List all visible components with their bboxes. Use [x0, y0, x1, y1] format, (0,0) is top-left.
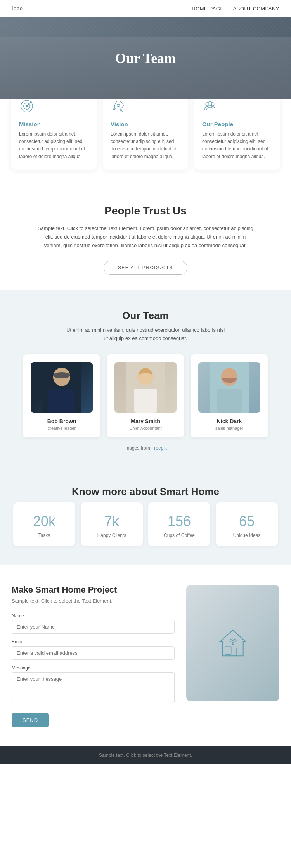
vision-icon: [111, 98, 180, 115]
team-section-subtitle: Ut enim ad minim veniam, quis nostrud ex…: [64, 326, 227, 343]
team-member-bob-name: Bob Brown: [29, 418, 94, 424]
svg-rect-14: [134, 389, 157, 413]
people-card: Our People Lorem ipsum dolor sit amet, c…: [194, 87, 280, 170]
team-member-bob-role: creative leader: [29, 426, 94, 431]
stat-clients-number: 7k: [87, 513, 137, 530]
nav-links: HOME PAGE ABOUT COMPANY: [192, 6, 279, 12]
email-field[interactable]: [12, 646, 175, 660]
trust-text: Sample text. Click to select the Text El…: [37, 224, 254, 250]
contact-form-side: Make Smart Home Project Sample text. Cli…: [12, 585, 175, 727]
email-form-group: Email: [12, 639, 175, 660]
svg-point-6: [211, 103, 214, 106]
stat-clients-label: Happy Clients: [87, 533, 137, 538]
hero-title: Our Team: [115, 50, 176, 66]
name-field[interactable]: [12, 620, 175, 634]
avatar-mary: [114, 362, 177, 413]
navbar: logo HOME PAGE ABOUT COMPANY: [0, 0, 291, 17]
avatar-bob: [31, 362, 93, 413]
cards-section: Mission Lorem ipsum dolor sit amet, cons…: [0, 87, 291, 185]
svg-point-20: [232, 643, 234, 645]
about-company-link[interactable]: ABOUT COMPANY: [233, 6, 279, 12]
svg-point-4: [117, 104, 120, 107]
group-icon: [202, 98, 218, 114]
stats-section: Know more about Smart Home 20k Tasks 7k …: [0, 466, 291, 565]
logo: logo: [12, 5, 23, 12]
team-section: Our Team Ut enim ad minim veniam, quis n…: [0, 290, 291, 466]
svg-rect-19: [229, 648, 237, 656]
stat-tasks-number: 20k: [19, 513, 69, 530]
contact-section: Make Smart Home Project Sample text. Cli…: [0, 565, 291, 746]
stat-ideas: 65 Unique Ideas: [216, 502, 278, 546]
team-card-nick: Nick Dark sales manager: [191, 354, 268, 437]
svg-rect-10: [48, 389, 75, 413]
name-label: Name: [12, 613, 175, 619]
message-label: Message: [12, 665, 175, 671]
avatar-nick: [198, 362, 260, 413]
nick-silhouette: [198, 362, 260, 413]
stat-coffee-number: 156: [154, 513, 204, 530]
mission-icon: [19, 98, 89, 115]
svg-point-2: [26, 105, 28, 108]
home-page-link[interactable]: HOME PAGE: [192, 6, 223, 12]
stats-title: Know more about Smart Home: [12, 486, 279, 498]
svg-point-16: [221, 368, 237, 386]
mary-silhouette: [114, 362, 177, 413]
message-form-group: Message: [12, 665, 175, 705]
vision-text: Lorem ipsum dolor sit amet, consectetur …: [111, 131, 180, 160]
stat-ideas-number: 65: [222, 513, 272, 530]
mission-card: Mission Lorem ipsum dolor sit amet, cons…: [11, 87, 97, 170]
stat-clients: 7k Happy Clients: [81, 502, 143, 546]
our-people-text: Lorem ipsum dolor sit amet, consectetur …: [202, 131, 272, 160]
team-grid: Bob Brown creative leader Mary Smith Chi…: [12, 354, 279, 437]
freepik-note-text: Images from: [124, 445, 151, 451]
team-member-mary-role: Chief Accountant: [113, 426, 178, 431]
avatar-bob-image: [31, 362, 93, 413]
trust-section: People Trust Us Sample text. Click to se…: [0, 185, 291, 290]
people-icon: [202, 98, 272, 115]
mission-text: Lorem ipsum dolor sit amet, consectetur …: [19, 131, 89, 160]
name-form-group: Name: [12, 613, 175, 634]
contact-subtitle: Sample text. Click to select the Text El…: [12, 598, 175, 604]
vision-card: Vision Lorem ipsum dolor sit amet, conse…: [103, 87, 188, 170]
footer: Sample text. Click to select the Text El…: [0, 746, 291, 764]
team-card-mary: Mary Smith Chief Accountant: [107, 354, 184, 437]
freepik-link[interactable]: Freepik: [151, 445, 167, 451]
hero-section: Our Team: [0, 17, 291, 99]
stat-ideas-label: Unique Ideas: [222, 533, 272, 538]
svg-point-11: [53, 372, 70, 378]
stat-tasks-label: Tasks: [19, 533, 69, 538]
trust-title: People Trust Us: [23, 205, 268, 217]
team-member-nick-name: Nick Dark: [197, 418, 262, 424]
stat-coffee-label: Cups of Coffee: [154, 533, 204, 538]
team-member-mary-name: Mary Smith: [113, 418, 178, 424]
footer-text: Sample text. Click to select the Text El…: [12, 753, 279, 758]
email-label: Email: [12, 639, 175, 645]
vision-title: Vision: [111, 121, 180, 127]
stat-tasks: 20k Tasks: [13, 502, 75, 546]
avatar-mary-image: [114, 362, 177, 413]
stat-coffee: 156 Cups of Coffee: [148, 502, 210, 546]
bob-silhouette: [31, 362, 93, 413]
contact-title: Make Smart Home Project: [12, 585, 175, 595]
team-card-bob: Bob Brown creative leader: [23, 354, 100, 437]
stats-grid: 20k Tasks 7k Happy Clients 156 Cups of C…: [12, 502, 279, 546]
rocket-icon: [111, 98, 126, 114]
svg-rect-17: [217, 389, 242, 413]
team-member-nick-role: sales manager: [197, 426, 262, 431]
team-section-title: Our Team: [12, 310, 279, 322]
svg-marker-18: [220, 630, 246, 656]
message-field[interactable]: [12, 672, 175, 703]
contact-image: [186, 585, 279, 701]
see-all-products-button[interactable]: SEE ALL PRODUCTS: [104, 261, 187, 275]
svg-rect-21: [225, 646, 231, 654]
our-people-title: Our People: [202, 121, 272, 127]
target-icon: [19, 98, 35, 114]
smart-home-illustration: [217, 627, 248, 659]
freepik-note: Images from Freepik: [12, 445, 279, 451]
avatar-nick-image: [198, 362, 260, 413]
smart-home-svg: [217, 627, 248, 659]
svg-point-5: [206, 103, 209, 106]
send-button[interactable]: SEND: [12, 713, 49, 727]
mission-title: Mission: [19, 121, 89, 127]
